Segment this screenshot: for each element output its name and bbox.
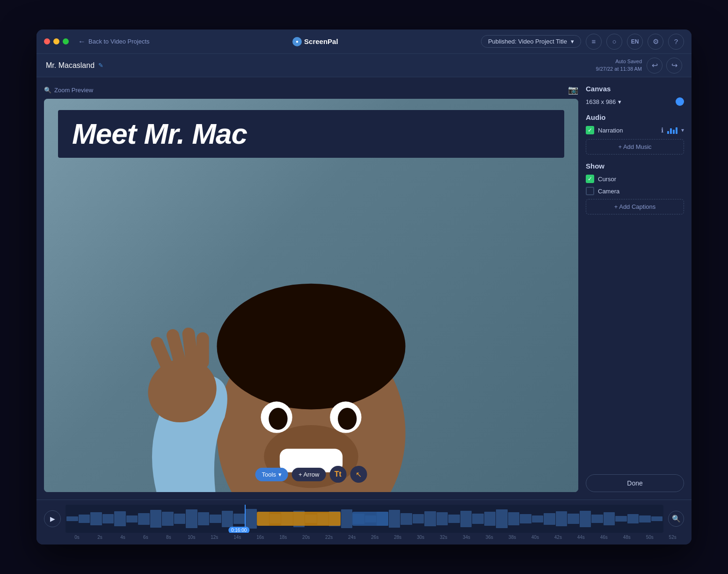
publish-button[interactable]: Published: Video Project Title ▾ <box>481 35 581 48</box>
ruler-mark-20s: 20s <box>295 535 318 540</box>
minimize-button[interactable] <box>53 38 59 44</box>
video-frame: Meet Mr. Mac <box>44 99 578 492</box>
ruler-mark-22s: 22s <box>318 535 341 540</box>
maximize-button[interactable] <box>63 38 69 44</box>
main-area: 🔍 Zoom Preview 📷 Meet Mr. Mac <box>36 77 692 500</box>
back-button-label: Back to Video Projects <box>88 38 150 45</box>
undo-button[interactable]: ↩ <box>647 58 662 74</box>
back-arrow-icon: ← <box>78 37 86 46</box>
arrow-tool-button[interactable]: + Arrow <box>292 468 326 481</box>
person-area <box>44 158 578 492</box>
svg-line-12 <box>173 336 179 359</box>
ruler-mark-2s: 2s <box>88 535 111 540</box>
ruler-mark-52s: 52s <box>661 535 684 540</box>
publish-dropdown-icon: ▾ <box>571 38 574 45</box>
help-icon-button[interactable]: ? <box>668 34 684 50</box>
svg-line-13 <box>189 334 192 359</box>
narration-row: ✓ Narration ℹ ▾ <box>586 126 684 134</box>
show-section: Show ✓ Cursor Camera + Add Captions <box>586 162 684 214</box>
svg-point-8 <box>269 408 287 430</box>
title-overlay: Meet Mr. Mac <box>58 110 564 158</box>
canvas-row: 1638 x 986 ▾ <box>586 97 684 106</box>
ruler-mark-24s: 24s <box>341 535 364 540</box>
ruler-mark-14s: 14s <box>226 535 249 540</box>
auto-saved-label: Auto Saved <box>596 58 642 65</box>
video-background: Meet Mr. Mac <box>44 99 578 492</box>
search-icon: 🔍 <box>44 87 51 94</box>
video-title: Meet Mr. Mac <box>72 119 550 148</box>
svg-line-11 <box>157 343 167 365</box>
preview-area: 🔍 Zoom Preview 📷 Meet Mr. Mac <box>44 85 578 492</box>
cursor-checkbox[interactable]: ✓ <box>586 175 594 183</box>
ruler-mark-6s: 6s <box>134 535 157 540</box>
audio-section: Audio ✓ Narration ℹ ▾ + Add Music <box>586 113 684 155</box>
camera-checkbox[interactable] <box>586 187 594 195</box>
language-button[interactable]: EN <box>627 34 643 50</box>
app-window: ← Back to Video Projects ● ScreenPal Pub… <box>36 29 692 545</box>
undo-redo-group: ↩ ↪ <box>647 58 682 74</box>
ruler-mark-0s: 0s <box>66 535 88 540</box>
ruler-mark-28s: 28s <box>386 535 409 540</box>
camera-icon-button[interactable]: 📷 <box>568 85 578 95</box>
publish-label: Published: Video Project Title <box>488 38 567 45</box>
timeline-segment-blue[interactable] <box>352 512 388 526</box>
ruler-mark-34s: 34s <box>455 535 478 540</box>
play-button[interactable]: ▶ <box>44 510 61 527</box>
cursor-row: ✓ Cursor <box>586 175 684 183</box>
canvas-color-dot[interactable] <box>676 97 684 106</box>
ruler-mark-32s: 32s <box>432 535 455 540</box>
canvas-dropdown-icon: ▾ <box>618 98 621 105</box>
logo-icon: ● <box>292 37 302 46</box>
ruler-mark-40s: 40s <box>524 535 546 540</box>
project-title-area: Mr. Macasland ✎ <box>46 61 103 70</box>
clock-icon-button[interactable]: ○ <box>606 34 622 50</box>
zoom-preview-label: Zoom Preview <box>54 87 93 94</box>
audio-bar-2 <box>670 128 672 134</box>
ruler-mark-44s: 44s <box>569 535 592 540</box>
timeline-controls: ▶ <box>44 505 684 533</box>
auto-saved-info: Auto Saved 9/27/22 at 11:38 AM <box>596 58 642 73</box>
add-music-button[interactable]: + Add Music <box>586 139 684 155</box>
text-tool-label: Tt <box>335 470 342 478</box>
screenpal-logo: ● ScreenPal <box>292 37 338 46</box>
ruler-mark-8s: 8s <box>157 535 180 540</box>
cursor-tool-button[interactable]: ↖ <box>350 466 367 483</box>
narration-checkbox[interactable]: ✓ <box>586 126 594 134</box>
tools-dropdown-button[interactable]: Tools ▾ <box>255 468 288 481</box>
back-button[interactable]: ← Back to Video Projects <box>78 37 150 46</box>
person-figure <box>44 158 578 492</box>
ruler-mark-42s: 42s <box>546 535 569 540</box>
timeline-ruler: 0s 2s 4s 6s 8s 10s 12s 14s 16s 18s 20s 2… <box>44 535 684 540</box>
right-sidebar: Canvas 1638 x 986 ▾ Audio ✓ Narration ℹ <box>586 85 684 492</box>
ruler-mark-48s: 48s <box>615 535 638 540</box>
narration-info-icon[interactable]: ℹ <box>661 126 663 134</box>
list-icon-button[interactable]: ≡ <box>586 34 602 50</box>
settings-icon-button[interactable]: ⚙ <box>648 34 663 50</box>
arrow-tool-label: + Arrow <box>298 471 319 478</box>
title-center: ● ScreenPal <box>155 37 476 46</box>
add-captions-button[interactable]: + Add Captions <box>586 199 684 214</box>
svg-point-9 <box>338 408 357 430</box>
svg-point-3 <box>217 284 405 410</box>
audio-bars <box>667 126 677 134</box>
redo-button[interactable]: ↪ <box>666 58 682 74</box>
ruler-mark-36s: 36s <box>478 535 501 540</box>
narration-dropdown-icon[interactable]: ▾ <box>681 127 684 133</box>
sub-bar: Mr. Macasland ✎ Auto Saved 9/27/22 at 11… <box>36 54 692 77</box>
audio-bar-4 <box>676 127 677 134</box>
ruler-mark-38s: 38s <box>501 535 524 540</box>
auto-saved-time: 9/27/22 at 11:38 AM <box>596 66 642 73</box>
close-button[interactable] <box>44 38 50 44</box>
zoom-preview: 🔍 Zoom Preview <box>44 87 93 94</box>
traffic-lights <box>44 38 69 44</box>
sub-bar-right: Auto Saved 9/27/22 at 11:38 AM ↩ ↪ <box>596 58 682 74</box>
timeline-track[interactable]: 0:16:00 <box>66 505 663 533</box>
timeline-segment-orange[interactable] <box>257 512 341 526</box>
edit-icon[interactable]: ✎ <box>98 62 103 69</box>
done-button[interactable]: Done <box>586 474 684 492</box>
timeline-search-button[interactable]: 🔍 <box>668 511 684 527</box>
narration-label: Narration <box>598 127 657 134</box>
ruler-mark-30s: 30s <box>409 535 432 540</box>
text-tool-button[interactable]: Tt <box>329 466 346 483</box>
timeline-area: ▶ <box>36 500 692 545</box>
